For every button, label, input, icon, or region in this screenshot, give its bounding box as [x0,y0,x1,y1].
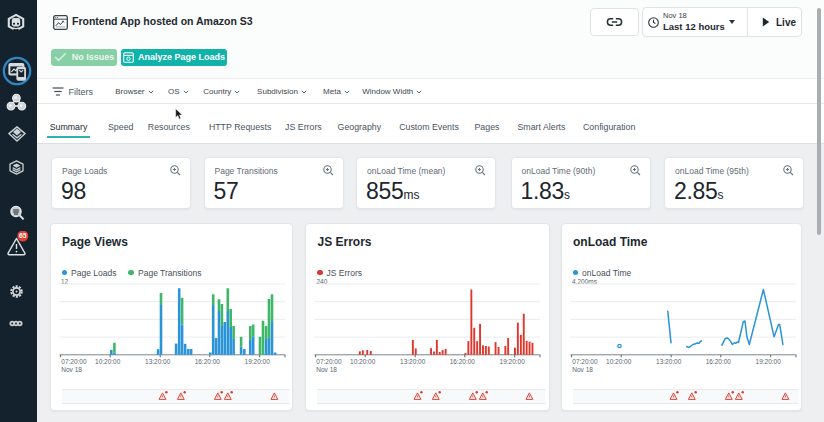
svg-text:13:20:00: 13:20:00 [145,358,171,365]
svg-text:13:20:00: 13:20:00 [656,358,682,365]
svg-text:65: 65 [19,232,27,239]
svg-text:10:20:00: 10:20:00 [95,358,121,365]
svg-text:19:20:00: 19:20:00 [244,358,270,365]
svg-text:Nov 18: Nov 18 [572,366,593,373]
svg-text:19:20:00: 19:20:00 [500,358,526,365]
svg-text:Nov 18: Nov 18 [61,366,82,373]
svg-text:Nov 18: Nov 18 [316,366,337,373]
svg-text:07:20:00: 07:20:00 [572,358,598,365]
svg-text:10:20:00: 10:20:00 [606,358,632,365]
svg-text:13:20:00: 13:20:00 [400,358,426,365]
svg-text:16:20:00: 16:20:00 [705,358,731,365]
svg-text:16:20:00: 16:20:00 [194,358,220,365]
svg-text:07:20:00: 07:20:00 [316,358,342,365]
svg-text:07:20:00: 07:20:00 [61,358,87,365]
svg-text:10:20:00: 10:20:00 [350,358,376,365]
svg-text:19:20:00: 19:20:00 [755,358,781,365]
svg-text:16:20:00: 16:20:00 [450,358,476,365]
